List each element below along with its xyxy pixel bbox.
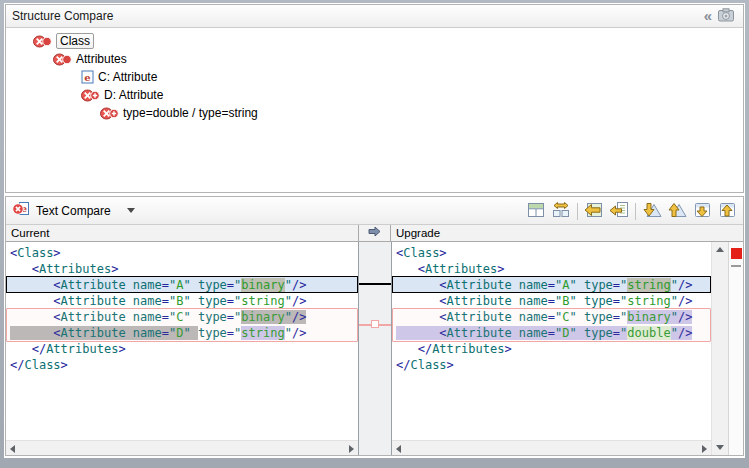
left-hscrollbar[interactable] [6,440,358,455]
scroll-right-icon[interactable] [349,445,354,453]
viewer-dropdown-icon[interactable] [127,208,135,213]
direction-arrow-icon [368,225,381,241]
diff-connector-selected [359,283,391,285]
previous-change-icon [716,201,738,222]
code-line: </Class> [6,357,358,373]
overview-ruler[interactable] [728,242,743,455]
code-line: <Class> [6,245,358,261]
code-line: </Class> [392,357,711,373]
structure-compare-panel: Structure Compare « Clas [5,4,744,193]
code-area-left[interactable]: <Class> <Attributes> <Attribute name="A"… [6,242,358,440]
dialog-content: Structure Compare « Clas [4,3,745,458]
structure-tree: ClassAttributeseC: AttributeD: Attribute… [6,28,743,122]
toggle-ancestor-pane-button[interactable] [524,200,548,222]
right-hscrollbar[interactable] [392,440,711,455]
previous-difference-button[interactable] [665,200,689,222]
compare-toolbar [524,199,739,223]
compare-body: Current Upgrade <Class> <Attributes> <At… [6,225,743,455]
copy-all-right-to-left-icon [583,201,605,222]
column-headers: Current Upgrade [6,225,743,242]
e-icon: e [81,70,94,84]
editors-row: <Class> <Attributes> <Attribute name="A"… [6,242,743,455]
scroll-right-icon[interactable] [702,445,707,453]
tree-label: D: Attribute [104,88,163,102]
next-change-icon [691,201,713,222]
screenshot-button[interactable] [715,7,737,25]
tree-label: Attributes [76,52,127,66]
copy-current-right-to-left-button[interactable] [607,200,631,222]
next-difference-icon [641,201,663,222]
tree-row[interactable]: type=double / type=string [6,104,743,122]
swap-left-right-button[interactable] [549,200,573,222]
code-line: <Attribute name="A" type="string"/> [392,277,711,293]
code-line: <Attribute name="C" type="binary"/> [6,309,358,325]
text-compare-header: e Text Compare [6,197,743,225]
diff-overview-marker[interactable] [731,248,742,259]
tree-row[interactable]: Attributes [6,50,743,68]
code-line: <Attribute name="B" type="string"/> [6,293,358,309]
scroll-left-icon[interactable] [10,445,15,453]
next-change-button[interactable] [690,200,714,222]
change-icon [33,35,52,48]
toggle-ancestor-pane-icon [525,201,547,222]
right-vscrollbar[interactable] [711,242,728,455]
right-pane-header: Upgrade [391,225,743,242]
tree-label: Class [56,33,94,49]
left-pane-header: Current [6,225,359,242]
scroll-left-icon[interactable] [396,445,401,453]
change-add-icon [100,107,119,120]
text-compare-panel: e Text Compare Current [5,196,744,456]
right-editor-pane: <Class> <Attributes> <Attribute name="A"… [391,242,743,455]
code-line: <Attributes> [392,261,711,277]
tree-row[interactable]: Class [6,32,743,50]
structure-compare-title: Structure Compare [12,9,113,23]
camera-icon [718,8,734,25]
code-line: <Attribute name="D" type="string"/> [6,325,358,341]
code-line: <Attributes> [6,261,358,277]
left-editor-pane: <Class> <Attributes> <Attribute name="A"… [6,242,359,455]
code-line: <Attribute name="A" type="binary"/> [6,277,358,293]
toolbar-separator [635,203,636,220]
next-difference-button[interactable] [640,200,664,222]
diff-connector-handle[interactable] [371,320,379,328]
structure-compare-header: Structure Compare « [6,5,743,28]
tree-row[interactable]: D: Attribute [6,86,743,104]
copy-current-right-to-left-icon [608,201,630,222]
code-line: </Attributes> [6,341,358,357]
swap-left-right-icon [550,201,572,222]
tree-row[interactable]: eC: Attribute [6,68,743,86]
previous-change-button[interactable] [715,200,739,222]
code-line: <Attribute name="D" type="double"/> [392,325,711,341]
scroll-down-icon[interactable] [716,445,724,450]
center-header-cell [359,225,391,242]
code-area-right[interactable]: <Class> <Attributes> <Attribute name="A"… [392,242,711,440]
change-icon [53,53,72,66]
text-compare-title: Text Compare [36,204,111,218]
copy-all-right-to-left-button[interactable] [582,200,606,222]
change-add-icon [81,89,100,102]
overview-range-line [731,265,741,267]
tree-label: C: Attribute [98,70,157,84]
svg-text:e: e [84,72,90,83]
diff-connector-strip [359,242,391,455]
compare-dialog: Structure Compare « Clas [0,0,749,468]
code-line: </Attributes> [392,341,711,357]
text-compare-icon: e [12,200,30,221]
toolbar-separator [577,203,578,220]
collapse-button[interactable]: « [701,7,715,25]
scroll-up-icon[interactable] [716,247,724,252]
collapse-icon: « [704,9,712,23]
code-line: <Attribute name="C" type="binary"/> [392,309,711,325]
tree-label: type=double / type=string [123,106,258,120]
code-line: <Attribute name="B" type="string"/> [392,293,711,309]
previous-difference-icon [666,201,688,222]
code-line: <Class> [392,245,711,261]
